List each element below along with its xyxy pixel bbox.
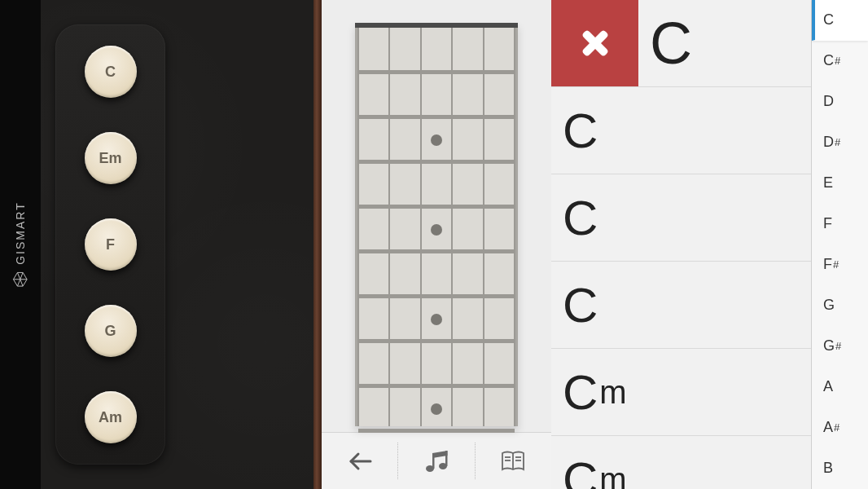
root-note-label: C	[823, 11, 834, 29]
root-note-label: F	[823, 256, 832, 273]
root-note-label: F	[823, 215, 832, 232]
root-note-label: A	[823, 378, 833, 395]
fret-wire	[358, 384, 515, 388]
sharp-symbol: #	[834, 421, 840, 434]
chord-button-am[interactable]: Am	[85, 391, 137, 443]
fret-wire	[358, 339, 515, 343]
root-note-c-sharp[interactable]: C#	[812, 41, 868, 82]
root-note-f-sharp[interactable]: F#	[812, 244, 868, 285]
selected-chord-label: C	[638, 0, 811, 86]
string	[357, 28, 359, 426]
root-note-g-sharp[interactable]: G#	[812, 326, 868, 367]
chord-variant-row[interactable]: Cm	[551, 436, 811, 489]
string	[514, 28, 515, 426]
chord-button-panel: CEmFGAm	[41, 0, 322, 489]
close-icon	[574, 22, 616, 64]
chord-variant-label: C	[563, 277, 598, 333]
chord-button-c[interactable]: C	[85, 46, 137, 98]
brand-logo-icon	[12, 271, 28, 288]
chord-variant-suffix: m	[599, 374, 626, 411]
music-button[interactable]	[398, 433, 474, 489]
string	[483, 28, 484, 426]
root-note-label: C	[823, 52, 834, 69]
svg-marker-9	[432, 451, 448, 458]
close-button[interactable]	[551, 0, 638, 86]
chord-book-button[interactable]	[476, 433, 551, 489]
root-note-label: G	[823, 297, 835, 314]
fretboard[interactable]	[355, 23, 518, 426]
chord-button-g[interactable]: G	[85, 305, 137, 357]
root-note-index: CC#DD#EFF#GG#AA#B	[811, 0, 868, 489]
brand-label: GISMART	[12, 201, 28, 288]
root-note-label: G	[823, 337, 835, 355]
back-arrow-icon	[346, 450, 374, 473]
music-note-icon	[423, 449, 449, 474]
chord-button-stack: CEmFGAm	[55, 24, 165, 465]
chord-variant-label: C	[563, 364, 598, 421]
root-note-a[interactable]: A	[812, 367, 868, 408]
fret-wire	[358, 205, 515, 209]
sharp-symbol: #	[835, 55, 840, 67]
chord-list-header: C	[551, 0, 811, 87]
chord-variant-row[interactable]: C	[551, 174, 811, 262]
chord-variant-label: C	[563, 190, 598, 246]
fret-marker-dot	[431, 314, 442, 325]
chord-variant-row[interactable]: C	[551, 262, 811, 349]
root-note-label: D	[823, 93, 834, 110]
sharp-symbol: #	[835, 136, 840, 148]
fretboard-wrap	[322, 0, 551, 432]
root-note-f[interactable]: F	[812, 204, 868, 244]
string	[451, 28, 453, 426]
chord-variant-list: C CCCCmCm	[551, 0, 811, 489]
sharp-symbol: #	[833, 258, 839, 271]
chord-book-icon	[500, 450, 526, 473]
fret-marker-dot	[431, 224, 442, 236]
root-note-b[interactable]: B	[812, 448, 868, 489]
root-note-label: D	[823, 134, 834, 151]
brand-strip: GISMART	[0, 0, 41, 489]
fretboard-area	[322, 0, 551, 489]
root-note-label: B	[823, 460, 833, 477]
root-note-e[interactable]: E	[812, 163, 868, 204]
fret-wire	[358, 115, 515, 119]
fret-wire	[358, 294, 515, 298]
brand-text: GISMART	[14, 201, 27, 265]
fret-wire	[358, 160, 515, 164]
chord-variant-suffix: m	[599, 461, 626, 490]
chord-variant-row[interactable]: C	[551, 87, 811, 174]
chord-button-f[interactable]: F	[85, 218, 137, 271]
chord-button-em[interactable]: Em	[85, 132, 137, 184]
fret-wire	[358, 70, 515, 74]
root-note-g[interactable]: G	[812, 285, 868, 326]
root-note-d-sharp[interactable]: D#	[812, 122, 868, 163]
root-note-d[interactable]: D	[812, 82, 868, 122]
wood-edge	[313, 0, 322, 489]
root-note-label: E	[823, 174, 833, 192]
fret-marker-dot	[431, 403, 442, 415]
fret-wire	[358, 249, 515, 253]
chord-variant-label: C	[563, 452, 598, 490]
string	[420, 28, 422, 426]
chord-variant-label: C	[563, 103, 598, 159]
back-button[interactable]	[322, 433, 397, 489]
string	[388, 28, 390, 426]
chord-variant-row[interactable]: Cm	[551, 349, 811, 436]
root-note-a-sharp[interactable]: A#	[812, 408, 868, 448]
root-note-label: A	[823, 419, 833, 436]
fretboard-toolbar	[322, 432, 551, 489]
fret-marker-dot	[431, 134, 442, 146]
root-note-c[interactable]: C	[812, 0, 868, 41]
sharp-symbol: #	[835, 340, 841, 352]
